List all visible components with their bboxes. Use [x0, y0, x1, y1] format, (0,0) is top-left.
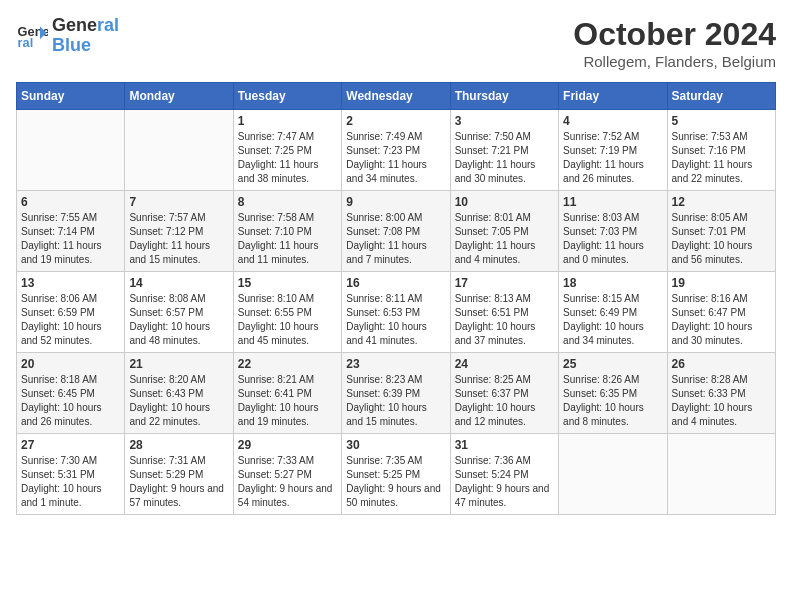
weekday-thursday: Thursday	[450, 83, 558, 110]
calendar-cell: 9Sunrise: 8:00 AM Sunset: 7:08 PM Daylig…	[342, 191, 450, 272]
day-info: Sunrise: 7:36 AM Sunset: 5:24 PM Dayligh…	[455, 454, 554, 510]
weekday-monday: Monday	[125, 83, 233, 110]
page-header: Gene ral GeneralBlue October 2024 Rolleg…	[16, 16, 776, 70]
day-info: Sunrise: 8:28 AM Sunset: 6:33 PM Dayligh…	[672, 373, 771, 429]
calendar-cell: 4Sunrise: 7:52 AM Sunset: 7:19 PM Daylig…	[559, 110, 667, 191]
day-info: Sunrise: 8:06 AM Sunset: 6:59 PM Dayligh…	[21, 292, 120, 348]
day-info: Sunrise: 8:05 AM Sunset: 7:01 PM Dayligh…	[672, 211, 771, 267]
day-number: 19	[672, 276, 771, 290]
calendar-cell: 3Sunrise: 7:50 AM Sunset: 7:21 PM Daylig…	[450, 110, 558, 191]
logo-icon: Gene ral	[16, 20, 48, 52]
calendar-cell	[559, 434, 667, 515]
calendar-week-2: 6Sunrise: 7:55 AM Sunset: 7:14 PM Daylig…	[17, 191, 776, 272]
calendar-cell: 21Sunrise: 8:20 AM Sunset: 6:43 PM Dayli…	[125, 353, 233, 434]
calendar-cell: 16Sunrise: 8:11 AM Sunset: 6:53 PM Dayli…	[342, 272, 450, 353]
day-number: 11	[563, 195, 662, 209]
calendar-cell: 30Sunrise: 7:35 AM Sunset: 5:25 PM Dayli…	[342, 434, 450, 515]
calendar-cell: 6Sunrise: 7:55 AM Sunset: 7:14 PM Daylig…	[17, 191, 125, 272]
day-number: 22	[238, 357, 337, 371]
day-number: 2	[346, 114, 445, 128]
calendar-cell: 27Sunrise: 7:30 AM Sunset: 5:31 PM Dayli…	[17, 434, 125, 515]
day-number: 10	[455, 195, 554, 209]
day-number: 7	[129, 195, 228, 209]
weekday-header-row: SundayMondayTuesdayWednesdayThursdayFrid…	[17, 83, 776, 110]
day-number: 4	[563, 114, 662, 128]
weekday-friday: Friday	[559, 83, 667, 110]
calendar-week-4: 20Sunrise: 8:18 AM Sunset: 6:45 PM Dayli…	[17, 353, 776, 434]
day-info: Sunrise: 7:53 AM Sunset: 7:16 PM Dayligh…	[672, 130, 771, 186]
calendar-body: 1Sunrise: 7:47 AM Sunset: 7:25 PM Daylig…	[17, 110, 776, 515]
day-info: Sunrise: 8:08 AM Sunset: 6:57 PM Dayligh…	[129, 292, 228, 348]
day-info: Sunrise: 7:57 AM Sunset: 7:12 PM Dayligh…	[129, 211, 228, 267]
day-number: 13	[21, 276, 120, 290]
day-info: Sunrise: 8:23 AM Sunset: 6:39 PM Dayligh…	[346, 373, 445, 429]
calendar-cell: 1Sunrise: 7:47 AM Sunset: 7:25 PM Daylig…	[233, 110, 341, 191]
day-number: 16	[346, 276, 445, 290]
calendar-cell: 2Sunrise: 7:49 AM Sunset: 7:23 PM Daylig…	[342, 110, 450, 191]
day-info: Sunrise: 8:03 AM Sunset: 7:03 PM Dayligh…	[563, 211, 662, 267]
day-number: 23	[346, 357, 445, 371]
calendar-cell: 11Sunrise: 8:03 AM Sunset: 7:03 PM Dayli…	[559, 191, 667, 272]
calendar-cell: 18Sunrise: 8:15 AM Sunset: 6:49 PM Dayli…	[559, 272, 667, 353]
calendar-cell	[125, 110, 233, 191]
day-number: 15	[238, 276, 337, 290]
day-number: 30	[346, 438, 445, 452]
month-title: October 2024	[573, 16, 776, 53]
day-number: 29	[238, 438, 337, 452]
calendar-cell: 7Sunrise: 7:57 AM Sunset: 7:12 PM Daylig…	[125, 191, 233, 272]
day-info: Sunrise: 7:49 AM Sunset: 7:23 PM Dayligh…	[346, 130, 445, 186]
day-number: 27	[21, 438, 120, 452]
day-number: 20	[21, 357, 120, 371]
day-number: 9	[346, 195, 445, 209]
day-number: 21	[129, 357, 228, 371]
calendar-cell: 22Sunrise: 8:21 AM Sunset: 6:41 PM Dayli…	[233, 353, 341, 434]
day-number: 17	[455, 276, 554, 290]
calendar-cell: 28Sunrise: 7:31 AM Sunset: 5:29 PM Dayli…	[125, 434, 233, 515]
day-info: Sunrise: 8:21 AM Sunset: 6:41 PM Dayligh…	[238, 373, 337, 429]
calendar-cell: 29Sunrise: 7:33 AM Sunset: 5:27 PM Dayli…	[233, 434, 341, 515]
calendar-week-5: 27Sunrise: 7:30 AM Sunset: 5:31 PM Dayli…	[17, 434, 776, 515]
calendar-cell: 17Sunrise: 8:13 AM Sunset: 6:51 PM Dayli…	[450, 272, 558, 353]
day-info: Sunrise: 8:10 AM Sunset: 6:55 PM Dayligh…	[238, 292, 337, 348]
calendar-header: SundayMondayTuesdayWednesdayThursdayFrid…	[17, 83, 776, 110]
day-number: 5	[672, 114, 771, 128]
day-number: 18	[563, 276, 662, 290]
day-info: Sunrise: 8:25 AM Sunset: 6:37 PM Dayligh…	[455, 373, 554, 429]
day-info: Sunrise: 8:15 AM Sunset: 6:49 PM Dayligh…	[563, 292, 662, 348]
calendar-cell: 12Sunrise: 8:05 AM Sunset: 7:01 PM Dayli…	[667, 191, 775, 272]
day-number: 31	[455, 438, 554, 452]
calendar-cell: 15Sunrise: 8:10 AM Sunset: 6:55 PM Dayli…	[233, 272, 341, 353]
logo: Gene ral GeneralBlue	[16, 16, 119, 56]
calendar-cell: 26Sunrise: 8:28 AM Sunset: 6:33 PM Dayli…	[667, 353, 775, 434]
day-number: 6	[21, 195, 120, 209]
day-info: Sunrise: 8:18 AM Sunset: 6:45 PM Dayligh…	[21, 373, 120, 429]
calendar-cell: 20Sunrise: 8:18 AM Sunset: 6:45 PM Dayli…	[17, 353, 125, 434]
svg-text:ral: ral	[18, 35, 34, 50]
day-info: Sunrise: 8:20 AM Sunset: 6:43 PM Dayligh…	[129, 373, 228, 429]
calendar-cell: 23Sunrise: 8:23 AM Sunset: 6:39 PM Dayli…	[342, 353, 450, 434]
day-info: Sunrise: 8:16 AM Sunset: 6:47 PM Dayligh…	[672, 292, 771, 348]
day-info: Sunrise: 7:33 AM Sunset: 5:27 PM Dayligh…	[238, 454, 337, 510]
calendar-cell: 13Sunrise: 8:06 AM Sunset: 6:59 PM Dayli…	[17, 272, 125, 353]
day-info: Sunrise: 8:26 AM Sunset: 6:35 PM Dayligh…	[563, 373, 662, 429]
calendar-cell: 8Sunrise: 7:58 AM Sunset: 7:10 PM Daylig…	[233, 191, 341, 272]
day-info: Sunrise: 7:55 AM Sunset: 7:14 PM Dayligh…	[21, 211, 120, 267]
day-info: Sunrise: 7:50 AM Sunset: 7:21 PM Dayligh…	[455, 130, 554, 186]
day-info: Sunrise: 7:52 AM Sunset: 7:19 PM Dayligh…	[563, 130, 662, 186]
calendar-cell: 25Sunrise: 8:26 AM Sunset: 6:35 PM Dayli…	[559, 353, 667, 434]
day-info: Sunrise: 8:13 AM Sunset: 6:51 PM Dayligh…	[455, 292, 554, 348]
calendar-cell: 24Sunrise: 8:25 AM Sunset: 6:37 PM Dayli…	[450, 353, 558, 434]
weekday-sunday: Sunday	[17, 83, 125, 110]
day-number: 12	[672, 195, 771, 209]
day-number: 1	[238, 114, 337, 128]
weekday-tuesday: Tuesday	[233, 83, 341, 110]
location: Rollegem, Flanders, Belgium	[573, 53, 776, 70]
day-number: 14	[129, 276, 228, 290]
day-info: Sunrise: 8:11 AM Sunset: 6:53 PM Dayligh…	[346, 292, 445, 348]
day-info: Sunrise: 8:01 AM Sunset: 7:05 PM Dayligh…	[455, 211, 554, 267]
calendar-cell: 14Sunrise: 8:08 AM Sunset: 6:57 PM Dayli…	[125, 272, 233, 353]
calendar-table: SundayMondayTuesdayWednesdayThursdayFrid…	[16, 82, 776, 515]
calendar-cell: 5Sunrise: 7:53 AM Sunset: 7:16 PM Daylig…	[667, 110, 775, 191]
day-number: 3	[455, 114, 554, 128]
day-number: 25	[563, 357, 662, 371]
